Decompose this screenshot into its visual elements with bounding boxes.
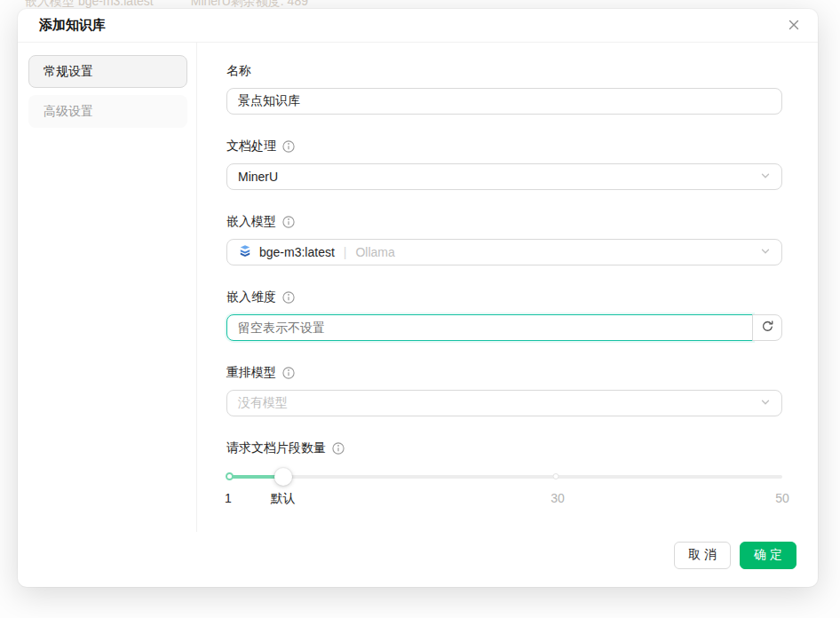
dialog-body: 常规设置 高级设置 名称 文档处理 bbox=[18, 43, 818, 532]
blue-stack-icon bbox=[238, 244, 252, 261]
embedding-model-provider: Ollama bbox=[355, 245, 394, 259]
chunk-count-field: 请求文档片段数量 bbox=[226, 440, 782, 509]
rerank-model-field: 重排模型 没有模型 bbox=[226, 364, 782, 416]
doc-processing-value: MinerU bbox=[238, 170, 278, 184]
name-label: 名称 bbox=[226, 62, 782, 80]
embedding-dimension-input[interactable] bbox=[226, 314, 753, 341]
separator: | bbox=[344, 245, 347, 259]
info-circle-icon[interactable] bbox=[282, 367, 295, 379]
embedding-dimension-label: 嵌入维度 bbox=[226, 289, 782, 306]
slider-handle[interactable] bbox=[274, 468, 292, 486]
sync-icon bbox=[761, 320, 774, 336]
info-circle-icon[interactable] bbox=[282, 291, 295, 304]
settings-form: 名称 文档处理 bbox=[197, 43, 818, 532]
dialog-title: 添加知识库 bbox=[39, 17, 106, 34]
dialog-footer: 取 消 确 定 bbox=[18, 532, 818, 587]
rerank-model-label: 重排模型 bbox=[226, 364, 782, 382]
embedding-model-label: 嵌入模型 bbox=[226, 213, 782, 231]
chunk-count-slider[interactable] bbox=[226, 470, 782, 484]
slider-mark-50[interactable]: 50 bbox=[775, 491, 789, 505]
info-circle-icon[interactable] bbox=[282, 140, 295, 153]
cancel-button[interactable]: 取 消 bbox=[674, 542, 731, 569]
embedding-dimension-field: 嵌入维度 bbox=[226, 289, 782, 341]
chevron-down-icon bbox=[760, 245, 771, 259]
sidebar-item-label: 常规设置 bbox=[44, 64, 93, 80]
sidebar-item-label: 高级设置 bbox=[44, 104, 93, 120]
rerank-model-select[interactable]: 没有模型 bbox=[226, 390, 782, 416]
doc-processing-field: 文档处理 MinerU bbox=[226, 138, 782, 190]
settings-sidebar: 常规设置 高级设置 bbox=[18, 43, 197, 532]
info-circle-icon[interactable] bbox=[282, 216, 295, 228]
doc-processing-label: 文档处理 bbox=[226, 138, 782, 155]
embedding-model-field: 嵌入模型 bbox=[226, 213, 782, 265]
slider-mark-30[interactable]: 30 bbox=[551, 491, 565, 505]
slider-rail[interactable] bbox=[226, 475, 782, 479]
close-icon bbox=[787, 18, 801, 35]
chunk-count-label: 请求文档片段数量 bbox=[226, 440, 782, 457]
slider-mark-1[interactable]: 1 bbox=[225, 491, 232, 505]
ok-button[interactable]: 确 定 bbox=[740, 542, 796, 569]
sidebar-item-general-settings[interactable]: 常规设置 bbox=[28, 55, 187, 88]
embedding-model-name: bge-m3:latest bbox=[259, 245, 335, 259]
name-field: 名称 bbox=[226, 62, 782, 115]
slider-mark-default[interactable]: 默认 bbox=[271, 491, 296, 507]
name-input[interactable] bbox=[226, 88, 782, 115]
add-knowledge-base-dialog: 添加知识库 常规设置 高级设置 名称 bbox=[18, 9, 818, 587]
chevron-down-icon bbox=[760, 170, 771, 184]
close-button[interactable] bbox=[782, 14, 805, 37]
refresh-dimension-button[interactable] bbox=[752, 314, 782, 341]
sidebar-item-advanced-settings[interactable]: 高级设置 bbox=[28, 95, 187, 128]
chevron-down-icon bbox=[760, 396, 771, 410]
embedding-model-select[interactable]: bge-m3:latest | Ollama bbox=[226, 239, 782, 265]
slider-mark-labels: 1 默认 30 50 bbox=[226, 491, 782, 509]
dialog-header: 添加知识库 bbox=[18, 9, 818, 43]
info-circle-icon[interactable] bbox=[332, 442, 345, 455]
doc-processing-select[interactable]: MinerU bbox=[226, 163, 782, 190]
rerank-model-placeholder: 没有模型 bbox=[238, 395, 288, 411]
slider-mark-dot-min bbox=[226, 472, 234, 480]
slider-mark-dot-30 bbox=[552, 473, 559, 479]
